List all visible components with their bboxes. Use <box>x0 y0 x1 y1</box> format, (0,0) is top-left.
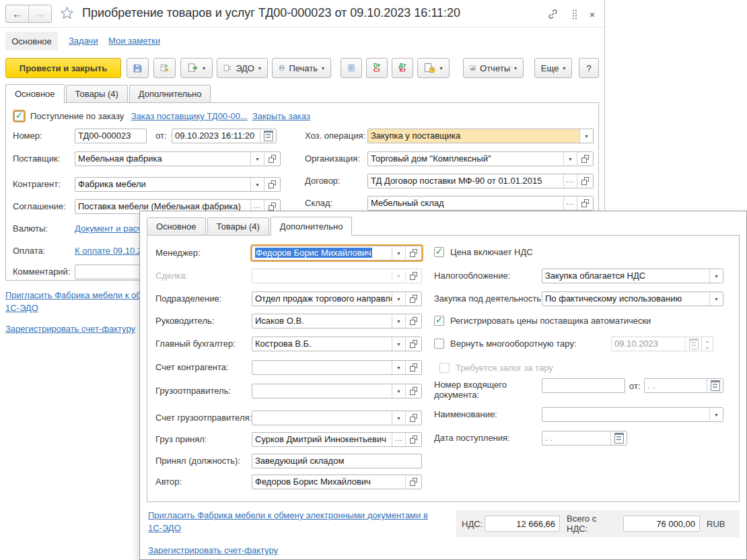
popup-tab-main[interactable]: Основное <box>147 217 206 236</box>
warehouse-field[interactable]: Мебельный склад ... <box>367 196 594 211</box>
open-button[interactable] <box>405 411 421 425</box>
manager-field[interactable]: Федоров Борис Михайлович ▾ <box>252 246 422 260</box>
currencies-link[interactable]: Документ и расч <box>75 223 142 234</box>
dropdown-button[interactable]: ▾ <box>392 314 405 328</box>
post-and-close-button[interactable]: Провести и закрыть <box>5 58 121 78</box>
dtkt-movements-button[interactable]: ДтКт <box>392 58 413 78</box>
choose-button[interactable]: ... <box>563 197 577 210</box>
back-button[interactable]: ← <box>6 5 28 22</box>
incoming-number-input[interactable] <box>542 378 625 393</box>
tab-goods[interactable]: Товары (4) <box>66 85 128 103</box>
purchase-activity-field[interactable]: По фактическому использованию ▾ <box>542 291 723 306</box>
nav-link-tasks[interactable]: Задачи <box>69 36 98 46</box>
popup-tab-goods[interactable]: Товары (4) <box>207 217 269 236</box>
open-button[interactable] <box>405 292 421 306</box>
create-based-on-button[interactable]: ▾ <box>180 58 213 78</box>
counterparty-account-field[interactable]: ▾ <box>252 360 422 375</box>
supplier-field[interactable]: Мебельная фабрика ▾ <box>75 151 281 166</box>
counterparty-field[interactable]: Фабрика мебели ▾ <box>75 177 281 192</box>
reports-menu-button[interactable]: Отчеты ▾ <box>463 58 524 78</box>
forward-button[interactable]: → <box>28 5 51 22</box>
dropdown-button[interactable]: ▾ <box>563 152 577 166</box>
post-document-button[interactable] <box>153 58 176 78</box>
department-field[interactable]: Отдел продаж торгового направле ▾ <box>252 291 422 306</box>
open-button[interactable] <box>405 384 421 398</box>
operation-field[interactable]: Закупка у поставщика ▾ <box>367 129 594 143</box>
tab-main[interactable]: Основное <box>5 84 65 103</box>
receipt-by-order-checkbox[interactable]: ✓ <box>14 111 24 121</box>
dropdown-button[interactable]: ▾ <box>709 269 723 283</box>
price-includes-vat-checkbox[interactable]: ✓ <box>434 247 444 257</box>
calendar-button[interactable] <box>260 129 276 143</box>
save-button[interactable] <box>127 58 149 78</box>
open-button[interactable] <box>264 152 280 166</box>
payment-link[interactable]: К оплате 09.10.2 <box>75 246 142 256</box>
open-button[interactable] <box>405 337 421 351</box>
choose-button[interactable]: ... <box>392 433 405 446</box>
more-actions-button[interactable]: Еще ▾ <box>534 58 572 78</box>
dropdown-button[interactable]: ▾ <box>250 152 264 166</box>
receipt-date-input[interactable]: . . <box>542 431 627 446</box>
taxation-field[interactable]: Закупка облагается НДС ▾ <box>542 269 723 283</box>
register-invoice-link[interactable]: Зарегистрировать счет-фактуру <box>5 324 135 334</box>
favorite-star-button[interactable] <box>59 6 74 20</box>
dropdown-button[interactable]: ▾ <box>250 178 264 191</box>
save-floppy-icon <box>133 63 142 74</box>
dropdown-button[interactable]: ▾ <box>709 292 723 306</box>
open-form-icon <box>581 199 590 207</box>
contract-field[interactable]: ТД Договор поставки МФ-90 от 01.01.2015 … <box>367 174 594 188</box>
popup-invite-edo-link[interactable]: Пригласить Фабрика мебели к обмену элект… <box>148 509 437 534</box>
close-order-link[interactable]: Закрыть заказ <box>252 111 310 121</box>
open-button[interactable] <box>405 475 421 489</box>
more-menu-button[interactable] <box>567 7 582 21</box>
head-field[interactable]: Исаков О.В. ▾ <box>252 314 422 328</box>
supplier-order-link[interactable]: Заказ поставщику ТД00-00... <box>131 111 248 121</box>
print-menu-button[interactable]: Печать ▾ <box>272 58 331 78</box>
popup-tab-additional[interactable]: Дополнительно <box>271 217 353 236</box>
nav-link-notes[interactable]: Мои заметки <box>108 36 160 46</box>
return-tare-checkbox[interactable] <box>434 339 444 349</box>
open-button[interactable] <box>577 197 593 210</box>
open-button[interactable] <box>405 433 421 446</box>
dropdown-button[interactable]: ▾ <box>579 129 593 143</box>
dropdown-button[interactable]: ▾ <box>392 361 405 374</box>
document-date-input[interactable]: 09.10.2023 16:11:20 <box>172 129 277 143</box>
dropdown-button[interactable]: ▾ <box>392 292 405 306</box>
accepted-position-input[interactable]: Заведующий складом <box>252 454 422 468</box>
dropdown-button[interactable]: ▾ <box>392 337 405 351</box>
organization-field[interactable]: Торговый дом "Комплексный" ▾ <box>367 151 594 166</box>
open-form-icon <box>410 295 418 303</box>
popup-register-invoice-link[interactable]: Зарегистрировать счет-фактуру <box>148 545 278 555</box>
dropdown-button[interactable]: ▾ <box>392 411 405 425</box>
open-button[interactable] <box>405 246 421 260</box>
document-history-button[interactable]: ▾ <box>417 58 450 78</box>
auto-register-prices-checkbox[interactable]: ✓ <box>434 316 444 326</box>
drcr-movements-button[interactable]: DrCr <box>366 58 388 78</box>
open-button[interactable] <box>405 361 421 374</box>
dropdown-button[interactable]: ▾ <box>709 408 723 421</box>
document-register-button[interactable] <box>341 58 362 78</box>
dropdown-button[interactable]: ▾ <box>392 246 405 260</box>
open-button[interactable] <box>577 174 593 188</box>
consignor-account-field[interactable]: ▾ <box>252 411 422 425</box>
consignor-field[interactable]: ▾ <box>252 384 422 398</box>
tab-additional[interactable]: Дополнительно <box>129 85 211 103</box>
close-window-button[interactable]: × <box>585 7 600 21</box>
dropdown-button[interactable]: ▾ <box>392 384 405 398</box>
cargo-accepted-field[interactable]: Сурков Дмитрий Иннокентьевич ... <box>252 432 422 447</box>
edo-menu-button[interactable]: ЭДО ▾ <box>217 58 268 78</box>
author-field[interactable]: Федоров Борис Михайлович <box>252 475 422 489</box>
open-button[interactable] <box>264 178 280 191</box>
nav-item-main[interactable]: Основное <box>5 32 58 50</box>
get-link-button[interactable] <box>545 7 560 21</box>
open-button[interactable] <box>577 152 593 166</box>
chief-accountant-field[interactable]: Кострова В.Б. ▾ <box>252 337 422 351</box>
number-input[interactable]: ТД00-000023 <box>75 129 147 143</box>
calendar-button[interactable] <box>707 379 723 392</box>
choose-button[interactable]: ... <box>563 174 577 188</box>
calendar-button[interactable] <box>610 431 627 445</box>
help-button[interactable]: ? <box>579 58 599 78</box>
open-button[interactable] <box>405 314 421 328</box>
incoming-date-input[interactable]: . . <box>644 378 723 393</box>
naming-field[interactable]: ▾ <box>542 407 723 422</box>
